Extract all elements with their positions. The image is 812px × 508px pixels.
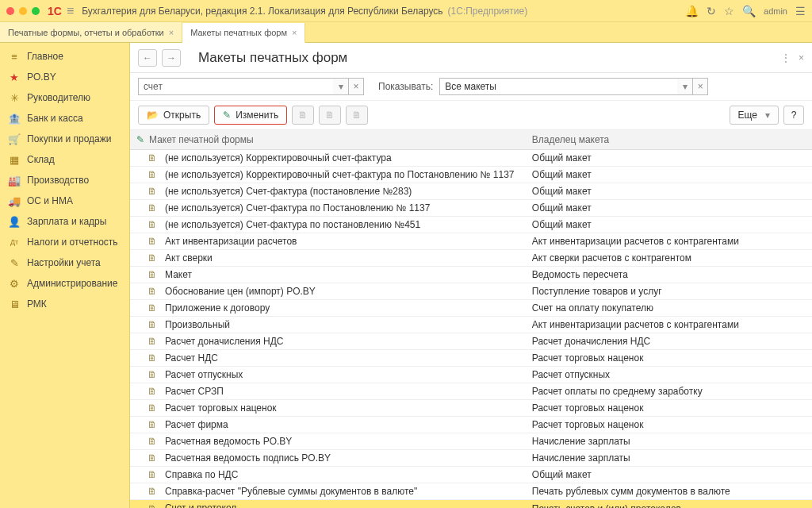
clear-icon[interactable]: × <box>692 78 708 95</box>
kebab-icon[interactable]: ⋮ <box>781 52 791 64</box>
table-row[interactable]: 🗎Расчет торговых наценокРасчет торговых … <box>130 400 812 417</box>
sidebar-item-poby[interactable]: ★PO.BY <box>0 67 129 87</box>
row-owner: Общий макет <box>526 150 812 167</box>
table-row[interactable]: 🗎(не используется) Счет-фактура (постано… <box>130 183 812 200</box>
sidebar-item-manager[interactable]: ✳Руководителю <box>0 87 129 108</box>
cart-icon: 🛒 <box>8 133 21 145</box>
row-owner: Расчет торговых наценок <box>526 417 812 433</box>
table-row[interactable]: 🗎Расчет СРЗПРасчет оплаты по среднему за… <box>130 383 812 400</box>
close-page-icon[interactable]: × <box>799 52 804 64</box>
row-name: Расчетная ведомость подпись PO.BY <box>165 452 331 464</box>
table-row[interactable]: 🗎(не используется) Счет-фактура по поста… <box>130 217 812 233</box>
tab-reports[interactable]: Печатные формы, отчеты и обработки × <box>0 22 182 42</box>
row-owner: Акт сверки расчетов с контрагентом <box>526 250 812 267</box>
action-1-button[interactable]: 🗎 <box>292 106 314 125</box>
sidebar-item-assets[interactable]: 🚚ОС и НМА <box>0 190 129 211</box>
search-combo: ▾ × <box>138 78 364 95</box>
row-owner: Акт инвентаризации расчетов с контрагент… <box>526 233 812 250</box>
table-row[interactable]: 🗎Расчетная ведомость подпись PO.BYНачисл… <box>130 450 812 467</box>
user-menu-icon[interactable]: ☰ <box>795 5 806 17</box>
sidebar-item-trade[interactable]: 🛒Покупки и продажи <box>0 129 129 149</box>
more-button[interactable]: Еще▾ <box>730 106 779 125</box>
menu-icon[interactable]: ≡ <box>67 4 74 18</box>
table-row[interactable]: 🗎Расчетная ведомость PO.BYНачисление зар… <box>130 433 812 450</box>
sidebar-item-admin[interactable]: ⚙Администрирование <box>0 273 129 294</box>
col-owner[interactable]: Владелец макета <box>526 130 812 150</box>
sidebar-item-stock[interactable]: ▦Склад <box>0 149 129 170</box>
doc-icon: 🗎 <box>325 110 335 121</box>
help-button[interactable]: ? <box>783 106 804 125</box>
table-row[interactable]: 🗎Приложение к договоруСчет на оплату пок… <box>130 300 812 317</box>
sidebar-item-rmk[interactable]: 🖥РМК <box>0 294 129 314</box>
btn-label: Еще <box>738 110 757 121</box>
edit-button[interactable]: ✎Изменить <box>214 106 287 125</box>
nav-back-button[interactable]: ← <box>138 49 157 67</box>
document-icon: 🗎 <box>144 386 160 397</box>
table-row[interactable]: 🗎(не используется) Счет-фактура по Поста… <box>130 200 812 217</box>
table-row[interactable]: 🗎МакетВедомость пересчета <box>130 267 812 283</box>
factory-icon: 🏭 <box>8 174 21 187</box>
sidebar-item-main[interactable]: ≡Главное <box>0 46 129 67</box>
sidebar-item-label: PO.BY <box>27 71 56 83</box>
maximize-window[interactable] <box>32 7 40 15</box>
document-icon: 🗎 <box>144 336 160 347</box>
action-2-button[interactable]: 🗎 <box>319 106 341 125</box>
search-icon[interactable]: 🔍 <box>742 5 756 17</box>
table-row[interactable]: 🗎Акт сверкиАкт сверки расчетов с контраг… <box>130 250 812 267</box>
document-icon: 🗎 <box>144 369 160 380</box>
star-icon[interactable]: ☆ <box>724 5 734 17</box>
user-label[interactable]: admin <box>764 6 787 16</box>
clear-icon[interactable]: × <box>348 78 364 95</box>
row-name: Приложение к договору <box>165 302 270 314</box>
show-select[interactable]: Все макеты <box>439 78 677 95</box>
table-row[interactable]: 🗎Расчет отпускныхРасчет отпускных <box>130 367 812 383</box>
close-window[interactable] <box>6 7 14 15</box>
minimize-window[interactable] <box>19 7 27 15</box>
tab-layouts[interactable]: Макеты печатных форм × <box>182 23 305 43</box>
dropdown-icon[interactable]: ▾ <box>677 78 693 95</box>
bell-icon[interactable]: 🔔 <box>685 5 699 17</box>
dropdown-icon[interactable]: ▾ <box>333 78 349 95</box>
table-wrap[interactable]: ✎Макет печатной формы Владелец макета 🗎(… <box>130 130 812 508</box>
titlebar: 1C ≡ Бухгалтерия для Беларуси, редакция … <box>0 0 812 22</box>
close-icon[interactable]: × <box>169 28 174 37</box>
sidebar-item-production[interactable]: 🏭Производство <box>0 170 129 190</box>
sidebar-item-bank[interactable]: 🏦Банк и касса <box>0 108 129 129</box>
row-name: Справка-расчет "Рублевые суммы документо… <box>165 486 417 497</box>
table-row[interactable]: 🗎Счет и протоколПечать счетов и (или) пр… <box>130 500 812 509</box>
col-name[interactable]: ✎Макет печатной формы <box>130 130 526 150</box>
table-row[interactable]: 🗎Расчет фирмаРасчет торговых наценок <box>130 417 812 433</box>
sidebar-item-tax[interactable]: ДтНалоги и отчетность <box>0 232 129 252</box>
row-owner: Печать рублевых сумм документов в валюте <box>526 483 812 500</box>
row-name: Счет и протокол <box>165 502 236 508</box>
table-row[interactable]: 🗎ПроизвольныйАкт инвентаризации расчетов… <box>130 317 812 333</box>
sidebar-item-settings[interactable]: ✎Настройки учета <box>0 252 129 273</box>
table-row[interactable]: 🗎Обоснование цен (импорт) PO.BYПоступлен… <box>130 283 812 300</box>
table-row[interactable]: 🗎Расчет доначисления НДСРасчет доначисле… <box>130 333 812 350</box>
open-button[interactable]: 📂Открыть <box>138 106 209 125</box>
row-owner: Общий макет <box>526 217 812 233</box>
document-icon: 🗎 <box>144 152 160 164</box>
table-row[interactable]: 🗎Акт инвентаризации расчетовАкт инвентар… <box>130 233 812 250</box>
table-row[interactable]: 🗎(не используется) Корректировочный счет… <box>130 167 812 183</box>
row-name: Справка по НДС <box>165 469 238 480</box>
sidebar-item-hr[interactable]: 👤Зарплата и кадры <box>0 211 129 232</box>
history-icon[interactable]: ↻ <box>707 5 716 17</box>
row-name: Расчет торговых наценок <box>165 402 277 414</box>
close-icon[interactable]: × <box>292 28 297 37</box>
document-icon: 🗎 <box>144 169 160 180</box>
table-row[interactable]: 🗎Справка-расчет "Рублевые суммы документ… <box>130 483 812 500</box>
document-icon: 🗎 <box>144 452 160 464</box>
table-row[interactable]: 🗎Справка по НДСОбщий макет <box>130 467 812 483</box>
row-owner: Расчет торговых наценок <box>526 400 812 417</box>
row-name: Расчет НДС <box>165 352 218 364</box>
action-3-button[interactable]: 🗎 <box>346 106 368 125</box>
table-row[interactable]: 🗎Расчет НДСРасчет торговых наценок <box>130 350 812 367</box>
main: ← → Макеты печатных форм ⋮ × ▾ × Показыв… <box>130 43 812 508</box>
document-icon: 🗎 <box>144 219 160 230</box>
nav-forward-button[interactable]: → <box>162 49 181 67</box>
table-row[interactable]: 🗎(не используется) Корректировочный счет… <box>130 150 812 167</box>
doc-icon: 🗎 <box>352 110 362 121</box>
row-name: (не используется) Счет-фактура (постанов… <box>165 186 412 197</box>
search-input[interactable] <box>138 78 333 95</box>
